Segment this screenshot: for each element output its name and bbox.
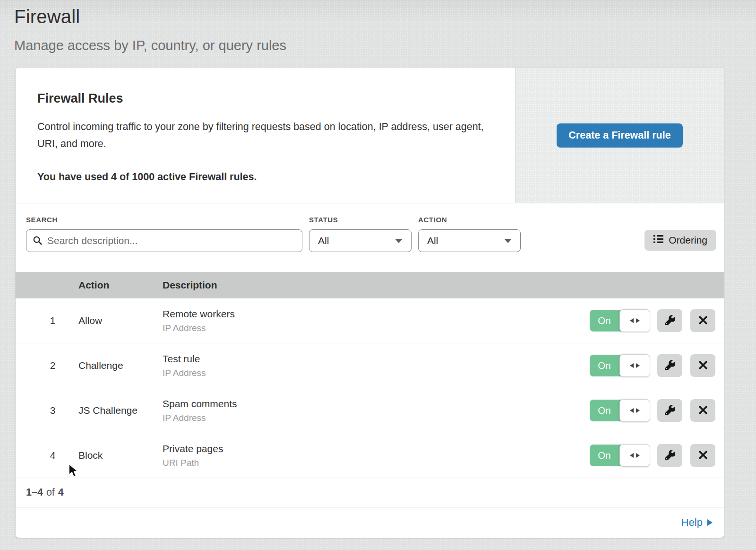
rules-table-header: Action Description xyxy=(16,272,724,298)
rule-description-cell: Spam comments IP Address xyxy=(163,398,590,423)
description-column-header: Description xyxy=(163,279,724,291)
intro-section: Firewall Rules Control incoming traffic … xyxy=(16,68,724,203)
help-link[interactable]: Help xyxy=(681,516,713,529)
pagination-range: 1–4 xyxy=(26,487,43,498)
status-filter-group: STATUS All xyxy=(309,216,412,252)
pagination-total: 4 xyxy=(58,487,64,498)
status-select[interactable]: All xyxy=(309,229,412,252)
rule-match-field: IP Address xyxy=(163,413,590,423)
close-icon xyxy=(698,450,708,461)
close-icon xyxy=(698,405,708,416)
rule-action: Challenge xyxy=(78,360,163,371)
rule-enabled-toggle[interactable]: On xyxy=(590,400,649,421)
rule-description: Spam comments xyxy=(163,398,590,410)
chevron-down-icon xyxy=(504,239,512,243)
rule-match-field: IP Address xyxy=(163,368,590,378)
chevron-right-icon xyxy=(707,519,713,526)
toggle-on-label: On xyxy=(590,445,619,466)
rule-match-field: IP Address xyxy=(163,323,590,333)
rule-action: Allow xyxy=(78,315,163,326)
ordering-button-label: Ordering xyxy=(669,235,707,246)
page-subtitle: Manage access by IP, country, or query r… xyxy=(14,38,756,53)
rule-controls: On xyxy=(590,444,715,467)
status-select-value: All xyxy=(318,235,329,246)
search-filter-group: SEARCH xyxy=(26,216,302,252)
pagination-of: of xyxy=(46,487,55,498)
rule-controls: On xyxy=(590,399,715,422)
wrench-icon xyxy=(665,405,675,416)
rule-controls: On xyxy=(590,354,715,377)
rule-action: JS Challenge xyxy=(78,405,163,416)
toggle-on-label: On xyxy=(590,355,619,376)
rule-description: Private pages xyxy=(163,443,590,454)
edit-rule-button[interactable] xyxy=(657,354,682,377)
rule-description: Test rule xyxy=(163,353,590,365)
create-firewall-rule-button[interactable]: Create a Firewall rule xyxy=(557,123,682,148)
delete-rule-button[interactable] xyxy=(690,444,715,467)
rule-action: Block xyxy=(78,450,163,461)
close-icon xyxy=(698,360,708,371)
firewall-rules-card: Firewall Rules Control incoming traffic … xyxy=(16,68,724,538)
rule-priority: 4 xyxy=(16,450,78,461)
wrench-icon xyxy=(665,360,675,371)
rule-description-cell: Remote workers IP Address xyxy=(163,308,590,333)
rule-controls: On xyxy=(590,309,715,332)
wrench-icon xyxy=(665,450,675,461)
intro-heading: Firewall Rules xyxy=(37,91,491,106)
intro-description: Control incoming traffic to your zone by… xyxy=(37,118,484,152)
filters-bar: SEARCH STATUS All ACTION All xyxy=(16,203,724,272)
intro-text-panel: Firewall Rules Control incoming traffic … xyxy=(16,68,515,203)
toggle-on-label: On xyxy=(590,310,619,332)
action-column-header: Action xyxy=(78,279,163,291)
delete-rule-button[interactable] xyxy=(690,354,715,377)
table-row: 3 JS Challenge Spam comments IP Address … xyxy=(16,388,724,433)
rule-priority: 2 xyxy=(16,360,78,371)
table-row: 4 Block Private pages URI Path On xyxy=(16,433,724,478)
card-footer: Help xyxy=(16,507,724,537)
rule-enabled-toggle[interactable]: On xyxy=(590,310,649,332)
table-row: 2 Challenge Test rule IP Address On xyxy=(16,343,724,388)
chevron-down-icon xyxy=(395,239,403,243)
edit-rule-button[interactable] xyxy=(657,399,682,422)
action-label: ACTION xyxy=(418,216,521,224)
wrench-icon xyxy=(665,315,675,326)
delete-rule-button[interactable] xyxy=(690,399,715,422)
rules-table-body: 1 Allow Remote workers IP Address On xyxy=(16,298,724,478)
rule-priority: 3 xyxy=(16,405,78,416)
help-link-label: Help xyxy=(681,516,703,529)
close-icon xyxy=(698,315,708,326)
toggle-handle-icon[interactable] xyxy=(619,399,650,422)
action-filter-group: ACTION All xyxy=(418,216,521,252)
table-row: 1 Allow Remote workers IP Address On xyxy=(16,298,724,343)
search-icon xyxy=(33,236,43,247)
action-select-value: All xyxy=(427,235,438,246)
page-title: Firewall xyxy=(14,6,756,27)
rule-description-cell: Private pages URI Path xyxy=(163,443,590,468)
edit-rule-button[interactable] xyxy=(657,444,682,467)
action-select[interactable]: All xyxy=(418,229,521,252)
toggle-handle-icon[interactable] xyxy=(619,444,650,467)
toggle-handle-icon[interactable] xyxy=(619,354,650,377)
toggle-on-label: On xyxy=(590,400,619,421)
rule-enabled-toggle[interactable]: On xyxy=(590,445,649,466)
ordering-button[interactable]: Ordering xyxy=(644,230,716,251)
toggle-handle-icon[interactable] xyxy=(619,309,650,332)
status-label: STATUS xyxy=(309,216,412,224)
edit-rule-button[interactable] xyxy=(657,309,682,332)
rule-description: Remote workers xyxy=(163,308,590,320)
intro-usage-count: You have used 4 of 1000 active Firewall … xyxy=(37,171,491,183)
rule-priority: 1 xyxy=(16,315,78,326)
search-label: SEARCH xyxy=(26,216,302,224)
pagination: 1–4 of 4 xyxy=(16,478,724,507)
rule-description-cell: Test rule IP Address xyxy=(163,353,590,378)
ordering-list-icon xyxy=(653,235,663,246)
page-header: Firewall Manage access by IP, country, o… xyxy=(0,0,756,53)
rule-match-field: URI Path xyxy=(163,458,590,468)
delete-rule-button[interactable] xyxy=(690,309,715,332)
create-rule-panel: Create a Firewall rule xyxy=(515,68,724,203)
rule-enabled-toggle[interactable]: On xyxy=(590,355,649,376)
search-input[interactable] xyxy=(26,229,302,252)
